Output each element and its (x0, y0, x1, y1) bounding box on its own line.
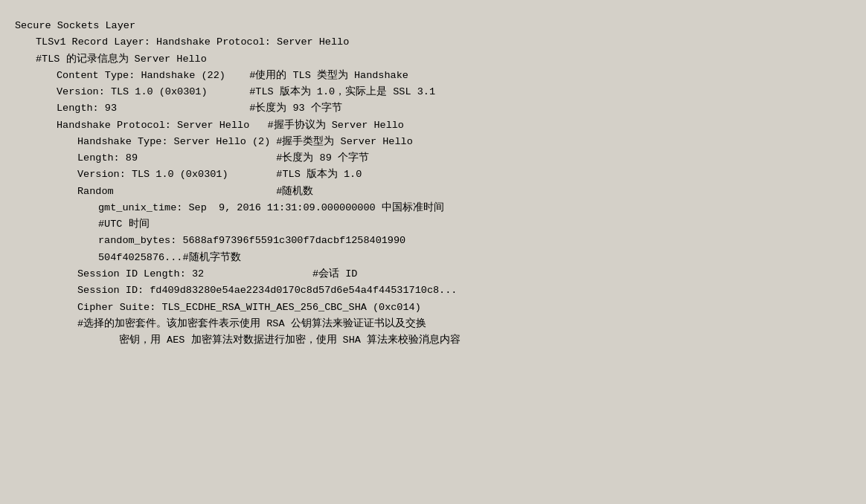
line-line19: #选择的加密套件。该加密套件表示使用 RSA 公钥算法来验证证书以及交换 (15, 316, 851, 332)
line-line14: random_bytes: 5688af97396f5591c300f7dacb… (15, 233, 851, 249)
line-line18: Cipher Suite: TLS_ECDHE_RSA_WITH_AES_256… (15, 300, 851, 316)
line-line17: Session ID: fd409d83280e54ae2234d0170c8d… (15, 282, 851, 299)
line-line20: 密钥，用 AES 加密算法对数据进行加密，使用 SHA 算法来校验消息内容 (15, 332, 851, 349)
line-line7: Handshake Protocol: Server Hello #握手协议为 … (15, 117, 851, 134)
comment-span: #长度为 89 个字节 (138, 152, 369, 164)
comment-span: #使用的 TLS 类型为 Handshake (225, 70, 408, 81)
code-span: Handshake Type: Server Hello (2) (77, 136, 270, 147)
line-line16: Session ID Length: 32 #会话 ID (15, 266, 851, 282)
line-line13: #UTC 时间 (15, 216, 851, 233)
line-line15: 504f4025876...#随机字节数 (15, 250, 851, 266)
code-span: Length: 93 (57, 103, 117, 114)
line-line8: Handshake Type: Server Hello (2) #握手类型为 … (15, 134, 851, 150)
line-line10: Version: TLS 1.0 (0x0301) #TLS 版本为 1.0 (15, 167, 851, 183)
code-span: Version: TLS 1.0 (0x0301) (57, 86, 208, 97)
line-line6: Length: 93 #长度为 93 个字节 (15, 100, 851, 117)
main-content: Secure Sockets LayerTLSv1 Record Layer: … (12, 12, 854, 355)
line-line1: Secure Sockets Layer (15, 18, 851, 34)
comment-span: #握手类型为 Server Hello (270, 136, 413, 147)
line-line9: Length: 89 #长度为 89 个字节 (15, 150, 851, 167)
code-span: Version: TLS 1.0 (0x0301) (77, 169, 228, 180)
comment-span: #长度为 93 个字节 (117, 103, 342, 114)
line-line5: Version: TLS 1.0 (0x0301) #TLS 版本为 1.0，实… (15, 84, 851, 100)
code-span: Handshake Protocol: Server Hello (57, 120, 249, 131)
comment-span: #会话 ID (204, 268, 357, 280)
line-line12: gmt_unix_time: Sep 9, 2016 11:31:09.0000… (15, 200, 851, 216)
code-span: Content Type: Handshake (22) (57, 70, 225, 81)
code-span: Session ID Length: 32 (77, 268, 204, 280)
comment-span: #随机数 (114, 186, 314, 197)
code-span: Length: 89 (77, 152, 138, 164)
line-line3: #TLS 的记录信息为 Server Hello (15, 51, 851, 68)
comment-span: #握手协议为 Server Hello (249, 120, 404, 131)
comment-span: #TLS 版本为 1.0，实际上是 SSL 3.1 (208, 86, 435, 97)
comment-span: #TLS 版本为 1.0 (228, 169, 362, 180)
line-line11: Random #随机数 (15, 184, 851, 200)
line-line4: Content Type: Handshake (22) #使用的 TLS 类型… (15, 68, 851, 84)
line-line2: TLSv1 Record Layer: Handshake Protocol: … (15, 34, 851, 51)
code-span: Random (77, 186, 114, 197)
